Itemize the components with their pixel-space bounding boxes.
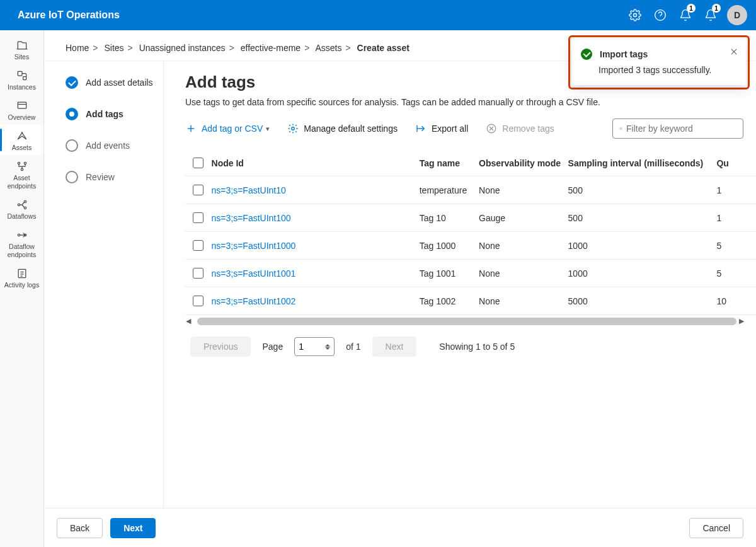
svg-rect-3: [18, 71, 22, 76]
row-checkbox[interactable]: [193, 296, 203, 306]
cell-tagname: Tag 1001: [420, 268, 479, 279]
toolbar: Add tag or CSV ▾ Manage default settings…: [185, 118, 756, 139]
select-all-checkbox[interactable]: [193, 158, 203, 168]
node-id-link[interactable]: ns=3;s=FastUInt1002: [212, 296, 296, 306]
col-node[interactable]: Node Id: [212, 158, 420, 168]
cell-tagname: Tag 1002: [420, 296, 479, 306]
nav-label: Dataflow endpoints: [0, 243, 43, 258]
nav-instances[interactable]: Instances: [0, 64, 43, 95]
nav-label: Activity logs: [4, 281, 39, 289]
wizard-stepper: Add asset details Add tags Add events Re…: [44, 61, 164, 508]
svg-point-7: [24, 162, 26, 164]
wizard-footer: Back Next Cancel: [44, 508, 756, 547]
toast-message: Imported 3 tags successfully.: [581, 65, 737, 75]
help-icon[interactable]: [648, 3, 673, 28]
svg-point-11: [24, 207, 26, 209]
row-checkbox[interactable]: [193, 268, 203, 279]
nav-overview[interactable]: Overview: [0, 95, 43, 125]
cancel-button[interactable]: Cancel: [689, 518, 743, 538]
close-icon[interactable]: [730, 47, 738, 58]
node-id-link[interactable]: ns=3;s=FastUInt10: [212, 185, 286, 195]
nav-label: Instances: [8, 83, 36, 91]
crumb-home[interactable]: Home: [66, 43, 89, 53]
page-label: Page: [262, 342, 283, 352]
node-id-link[interactable]: ns=3;s=FastUInt1001: [212, 268, 296, 279]
nav-sites[interactable]: Sites: [0, 34, 43, 64]
cell-qu: 5: [716, 268, 752, 279]
manage-defaults-button[interactable]: Manage default settings: [287, 123, 398, 134]
back-button[interactable]: Back: [57, 518, 103, 538]
svg-point-10: [24, 201, 26, 203]
horizontal-scrollbar[interactable]: ◀ ▶: [185, 316, 748, 326]
crumb-assets[interactable]: Assets: [315, 43, 341, 53]
cell-qu: 5: [716, 241, 752, 251]
step-add-events[interactable]: Add events: [66, 139, 153, 152]
cell-tagname: Tag 1000: [420, 241, 479, 251]
crumb-unassigned[interactable]: Unassigned instances: [139, 43, 226, 53]
cell-obs: None: [479, 241, 568, 251]
crumb-current: Create asset: [357, 43, 410, 53]
cell-obs: None: [479, 268, 568, 279]
notifications-badge: 1: [712, 4, 721, 13]
left-nav: Sites Instances Overview Assets Asset en…: [0, 30, 44, 547]
diagnostics-icon[interactable]: 1: [673, 3, 698, 28]
app-title: Azure IoT Operations: [18, 9, 120, 21]
col-tagname[interactable]: Tag name: [420, 158, 479, 168]
nav-assets[interactable]: Assets: [0, 125, 43, 155]
svg-point-17: [292, 127, 295, 130]
export-all-button[interactable]: Export all: [415, 123, 468, 134]
step-add-tags[interactable]: Add tags: [66, 108, 153, 120]
filter-input-container[interactable]: [612, 118, 743, 139]
svg-line-24: [621, 129, 622, 130]
top-bar: Azure IoT Operations 1 1 D: [0, 0, 756, 30]
step-review[interactable]: Review: [66, 171, 153, 183]
svg-point-12: [18, 234, 20, 236]
nav-dataflow-endpoints[interactable]: Dataflow endpoints: [0, 224, 43, 262]
table-row: ns=3;s=FastUInt1000Tag 1000None10005: [185, 232, 756, 260]
row-checkbox[interactable]: [193, 185, 203, 195]
of-label: of 1: [346, 342, 360, 352]
svg-point-23: [620, 127, 622, 129]
cell-obs: None: [479, 185, 568, 195]
avatar[interactable]: D: [727, 5, 747, 25]
notifications-icon[interactable]: 1: [698, 3, 723, 28]
pagination: Previous Page of 1 Next Showing 1 to 5 o…: [185, 326, 756, 357]
table-row: ns=3;s=FastUInt100Tag 10Gauge5001: [185, 204, 756, 232]
nav-dataflows[interactable]: Dataflows: [0, 193, 43, 224]
row-checkbox[interactable]: [193, 240, 203, 251]
cell-qu: 1: [716, 185, 752, 195]
next-page-button: Next: [372, 337, 417, 357]
search-icon: [619, 124, 622, 134]
scroll-left-icon[interactable]: ◀: [186, 317, 195, 326]
scroll-right-icon[interactable]: ▶: [739, 317, 748, 326]
page-input[interactable]: [294, 337, 335, 356]
step-asset-details[interactable]: Add asset details: [66, 76, 153, 89]
cell-obs: None: [479, 296, 568, 306]
next-button[interactable]: Next: [110, 518, 156, 538]
col-samp[interactable]: Sampling interval (milliseconds): [568, 158, 717, 168]
crumb-sites[interactable]: Sites: [104, 43, 123, 53]
cell-samp: 1000: [568, 268, 717, 279]
add-tag-button[interactable]: Add tag or CSV ▾: [185, 123, 270, 134]
nav-label: Sites: [14, 53, 29, 60]
nav-activity-logs[interactable]: Activity logs: [0, 262, 43, 293]
nav-asset-endpoints[interactable]: Asset endpoints: [0, 155, 43, 193]
table-row: ns=3;s=FastUInt10temperatureNone5001: [185, 176, 756, 204]
col-qu[interactable]: Qu: [716, 158, 752, 168]
table-header: Node Id Tag name Observability mode Samp…: [185, 150, 756, 176]
svg-rect-4: [23, 77, 26, 80]
node-id-link[interactable]: ns=3;s=FastUInt100: [212, 213, 291, 223]
filter-input[interactable]: [626, 124, 736, 134]
cell-samp: 1000: [568, 241, 717, 251]
col-obs[interactable]: Observability mode: [479, 158, 568, 168]
svg-point-9: [18, 204, 20, 206]
settings-icon[interactable]: [622, 3, 648, 28]
remove-tags-button: Remove tags: [486, 123, 554, 134]
spinner-down-icon[interactable]: [325, 347, 330, 350]
node-id-link[interactable]: ns=3;s=FastUInt1000: [212, 241, 296, 251]
cell-qu: 10: [716, 296, 752, 306]
diagnostics-badge: 1: [687, 4, 696, 13]
spinner-up-icon[interactable]: [325, 344, 330, 347]
row-checkbox[interactable]: [193, 212, 203, 223]
crumb-instance[interactable]: effective-meme: [241, 43, 301, 53]
